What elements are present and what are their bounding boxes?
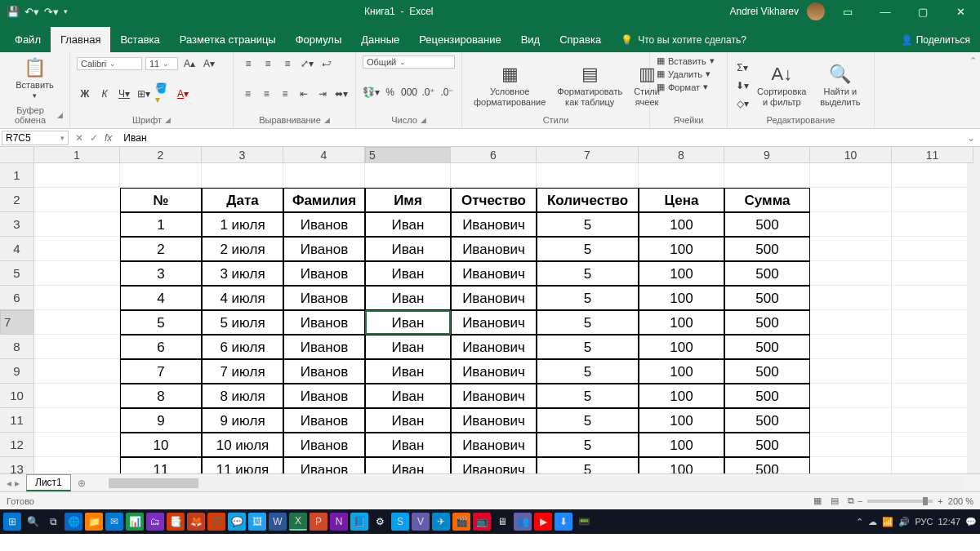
align-center-icon[interactable]: ≡: [259, 86, 274, 102]
cell[interactable]: 500: [724, 335, 810, 359]
row-header[interactable]: 1: [0, 163, 34, 188]
cell[interactable]: Иванович: [451, 286, 537, 310]
currency-icon[interactable]: 💱▾: [363, 84, 379, 100]
cell[interactable]: 100: [639, 237, 724, 261]
cell[interactable]: [810, 310, 892, 335]
expand-formula-icon[interactable]: ⌄: [962, 132, 980, 144]
taskbar-app[interactable]: 📑: [167, 513, 185, 531]
row-header[interactable]: 3: [0, 212, 34, 237]
cell[interactable]: [892, 408, 973, 433]
cell[interactable]: [810, 188, 892, 212]
clipboard-dialog-icon[interactable]: ◢: [57, 111, 63, 119]
taskbar-app[interactable]: 💬: [228, 513, 246, 531]
cell[interactable]: [892, 359, 973, 384]
cell[interactable]: Иванов: [283, 237, 365, 261]
orientation-icon[interactable]: ⤢▾: [299, 56, 315, 72]
cell[interactable]: №: [120, 188, 202, 212]
column-header[interactable]: 5: [365, 147, 451, 163]
undo-icon[interactable]: ↶▾: [24, 6, 39, 18]
decrease-decimal-icon[interactable]: .0⁻: [439, 84, 455, 100]
cell[interactable]: 11 июля: [202, 457, 283, 473]
cell[interactable]: 5: [537, 286, 639, 310]
align-bottom-icon[interactable]: ≡: [279, 56, 296, 72]
cell[interactable]: Иван: [365, 408, 451, 433]
cell[interactable]: 100: [639, 433, 724, 457]
cell[interactable]: 5: [120, 310, 202, 335]
cell[interactable]: 8: [120, 384, 202, 408]
name-box[interactable]: R7C5▾: [2, 131, 69, 145]
indent-increase-icon[interactable]: ⇥: [314, 86, 330, 102]
cell[interactable]: 100: [639, 408, 724, 433]
align-left-icon[interactable]: ≡: [240, 86, 256, 102]
save-icon[interactable]: 💾: [7, 6, 20, 18]
cell[interactable]: 5: [537, 212, 639, 237]
user-name[interactable]: Andrei Vikharev: [730, 6, 800, 17]
cell[interactable]: [810, 408, 892, 433]
cell[interactable]: 500: [724, 261, 810, 286]
word-icon[interactable]: W: [269, 513, 287, 531]
row-header[interactable]: 8: [0, 335, 34, 359]
zoom-out-icon[interactable]: −: [858, 496, 862, 506]
search-icon[interactable]: 🔍: [24, 513, 42, 531]
horizontal-scrollbar[interactable]: [109, 477, 964, 490]
cell[interactable]: 6 июля: [202, 335, 283, 359]
tray-wifi-icon[interactable]: 📶: [882, 517, 893, 527]
cell[interactable]: Иван: [365, 335, 451, 359]
cell[interactable]: 500: [724, 212, 810, 237]
cell[interactable]: 11: [120, 457, 202, 473]
close-icon[interactable]: ✕: [946, 0, 975, 23]
taskbar-app[interactable]: 📟: [575, 513, 593, 531]
column-header[interactable]: 2: [120, 147, 202, 163]
cell[interactable]: 5: [537, 384, 639, 408]
conditional-format-button[interactable]: ▦Условное форматирование: [469, 56, 550, 115]
cell[interactable]: [34, 433, 120, 457]
cell[interactable]: [202, 163, 283, 188]
row-header[interactable]: 10: [0, 384, 34, 408]
cell[interactable]: [365, 163, 451, 188]
cell[interactable]: [810, 384, 892, 408]
cell[interactable]: [892, 335, 973, 359]
cancel-fx-icon[interactable]: ✕: [75, 132, 83, 144]
cell[interactable]: 1 июля: [202, 212, 283, 237]
zoom-level[interactable]: 200 %: [948, 496, 973, 506]
cell[interactable]: Иван: [365, 237, 451, 261]
taskbar-app[interactable]: 🖼: [248, 513, 266, 531]
cell[interactable]: Иванов: [283, 212, 365, 237]
cell[interactable]: 5 июля: [202, 310, 283, 335]
cell[interactable]: [34, 237, 120, 261]
cell[interactable]: 5: [537, 457, 639, 473]
cell[interactable]: [34, 261, 120, 286]
cell[interactable]: [892, 310, 973, 335]
row-header[interactable]: 6: [0, 286, 34, 310]
taskbar-app[interactable]: ⚙: [371, 513, 389, 531]
cell[interactable]: Иванов: [283, 286, 365, 310]
cell[interactable]: 7: [120, 359, 202, 384]
cell[interactable]: 5: [537, 433, 639, 457]
merge-icon[interactable]: ⬌▾: [333, 86, 349, 102]
fx-icon[interactable]: fx: [105, 132, 112, 144]
tray-cloud-icon[interactable]: ☁: [868, 517, 877, 527]
column-header[interactable]: 1: [34, 147, 120, 163]
row-header[interactable]: 2: [0, 188, 34, 212]
taskbar-app[interactable]: 🌐: [65, 513, 82, 531]
page-layout-view-icon[interactable]: ▤: [827, 495, 842, 505]
cell[interactable]: [810, 163, 892, 188]
cell[interactable]: Иванов: [283, 457, 365, 473]
tray-notifications-icon[interactable]: 💬: [965, 517, 977, 527]
taskbar-app[interactable]: 📺: [473, 513, 491, 531]
comma-icon[interactable]: 000: [401, 84, 417, 100]
font-dialog-icon[interactable]: ◢: [165, 116, 171, 124]
align-right-icon[interactable]: ≡: [278, 86, 293, 102]
cell[interactable]: Иван: [365, 212, 451, 237]
row-header[interactable]: 7: [0, 310, 34, 335]
row-header[interactable]: 11: [0, 408, 34, 433]
cell[interactable]: Иванович: [451, 457, 537, 473]
indent-decrease-icon[interactable]: ⇤: [296, 86, 311, 102]
cell[interactable]: [892, 433, 973, 457]
cell[interactable]: [892, 237, 973, 261]
cell[interactable]: [810, 261, 892, 286]
cell[interactable]: [892, 457, 973, 473]
taskbar-app[interactable]: ▶: [534, 513, 552, 531]
minimize-icon[interactable]: —: [871, 0, 900, 23]
column-header[interactable]: 8: [639, 147, 724, 163]
